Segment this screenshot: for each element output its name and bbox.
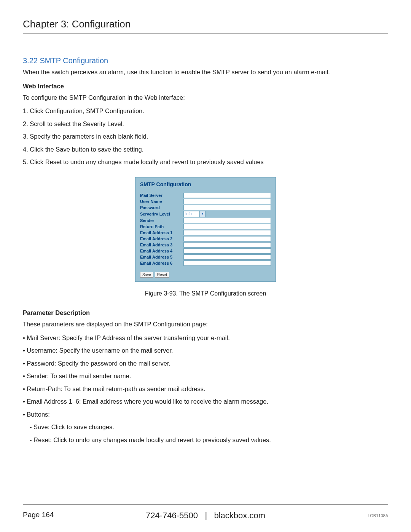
divider-top (23, 33, 388, 34)
label-email-4: Email Address 4 (140, 249, 183, 253)
row-mail-server: Mail Server (140, 193, 271, 198)
document-page: Chapter 3: Configuration 3.22 SMTP Confi… (0, 0, 411, 532)
step-5: 5. Click Reset to undo any changes made … (23, 157, 388, 167)
footer-phone: 724-746-5500 (146, 511, 198, 520)
smtp-config-panel: SMTP Configuration Mail Server User Name… (135, 177, 276, 282)
row-user-name: User Name (140, 199, 271, 204)
row-password: Password (140, 205, 271, 210)
footer-page-number: Page 164 (23, 511, 54, 519)
sub-bullet-save: - Save: Click to save changes. (30, 422, 388, 432)
step-1: 1. Click Configuration, SMTP Configurati… (23, 106, 388, 116)
row-email-6: Email Address 6 (140, 260, 271, 266)
step-4: 4. Click the Save button to save the set… (23, 145, 388, 155)
figure-wrap: SMTP Configuration Mail Server User Name… (23, 177, 388, 304)
input-mail-server[interactable] (183, 193, 271, 198)
web-interface-intro: To configure the SMTP Configuration in t… (23, 93, 388, 103)
parameter-description-heading: Parameter Description (23, 309, 388, 316)
footer-separator: | (205, 511, 207, 520)
label-password: Password (140, 205, 183, 210)
row-return-path: Return Path (140, 224, 271, 229)
label-email-2: Email Address 2 (140, 236, 183, 241)
label-sender: Sender (140, 218, 183, 223)
select-severity-level[interactable]: Info ▾ (183, 211, 206, 217)
bullet-mail-server: • Mail Server: Specify the IP Address of… (23, 333, 388, 343)
input-email-5[interactable] (183, 254, 271, 260)
input-email-4[interactable] (183, 248, 271, 254)
bullet-email-addresses: • Email Address 1–6: Email address where… (23, 397, 388, 407)
input-email-6[interactable] (183, 260, 271, 266)
input-email-3[interactable] (183, 242, 271, 248)
step-3: 3. Specify the parameters in each blank … (23, 132, 388, 142)
input-sender[interactable] (183, 218, 271, 223)
select-value: Info (185, 212, 192, 216)
row-email-3: Email Address 3 (140, 242, 271, 248)
step-2: 2. Scroll to select the Severity Level. (23, 119, 388, 129)
bullet-sender: • Sender: To set the mail sender name. (23, 371, 388, 381)
divider-bottom (23, 504, 388, 505)
label-email-1: Email Address 1 (140, 230, 183, 235)
chapter-title: Chapter 3: Configuration (23, 18, 388, 30)
label-severity-level: Serveriry Level (140, 212, 183, 216)
input-email-2[interactable] (183, 236, 271, 241)
bullet-username: • Username: Specify the username on the … (23, 346, 388, 356)
bullet-return-path: • Return-Path: To set the mail return-pa… (23, 384, 388, 394)
label-email-5: Email Address 5 (140, 255, 183, 259)
row-email-2: Email Address 2 (140, 236, 271, 241)
smtp-button-row: Save Reset (140, 272, 271, 278)
parameter-description-intro: These parameters are displayed on the SM… (23, 320, 388, 329)
footer-contact: 724-746-5500 | blackbox.com (146, 511, 265, 521)
input-return-path[interactable] (183, 224, 271, 229)
footer-model: LGB1108A (368, 513, 388, 518)
footer-site: blackbox.com (214, 511, 265, 520)
page-footer: Page 164 724-746-5500 | blackbox.com LGB… (23, 504, 388, 519)
row-severity-level: Serveriry Level Info ▾ (140, 211, 271, 217)
section-title: 3.22 SMTP Configuration (23, 56, 388, 65)
input-user-name[interactable] (183, 199, 271, 204)
footer-row: Page 164 724-746-5500 | blackbox.com LGB… (23, 511, 388, 519)
reset-button[interactable]: Reset (155, 272, 169, 278)
row-email-1: Email Address 1 (140, 230, 271, 235)
row-email-4: Email Address 4 (140, 248, 271, 254)
bullet-password: • Password: Specify the password on the … (23, 359, 388, 369)
smtp-panel-title: SMTP Configuration (140, 181, 271, 187)
figure-caption: Figure 3-93. The SMTP Configuration scre… (145, 290, 266, 297)
web-interface-heading: Web Interface (23, 83, 388, 90)
label-email-6: Email Address 6 (140, 261, 183, 265)
input-email-1[interactable] (183, 230, 271, 235)
section-intro: When the switch perceives an alarm, use … (23, 67, 388, 77)
bullet-buttons: • Buttons: (23, 410, 388, 420)
label-return-path: Return Path (140, 224, 183, 229)
input-password[interactable] (183, 205, 271, 210)
row-email-5: Email Address 5 (140, 254, 271, 260)
label-user-name: User Name (140, 199, 183, 204)
row-sender: Sender (140, 218, 271, 223)
sub-bullet-reset: - Reset: Click to undo any changes made … (30, 435, 388, 445)
label-email-3: Email Address 3 (140, 243, 183, 247)
label-mail-server: Mail Server (140, 193, 183, 198)
save-button[interactable]: Save (140, 272, 153, 278)
chevron-down-icon: ▾ (199, 211, 205, 217)
